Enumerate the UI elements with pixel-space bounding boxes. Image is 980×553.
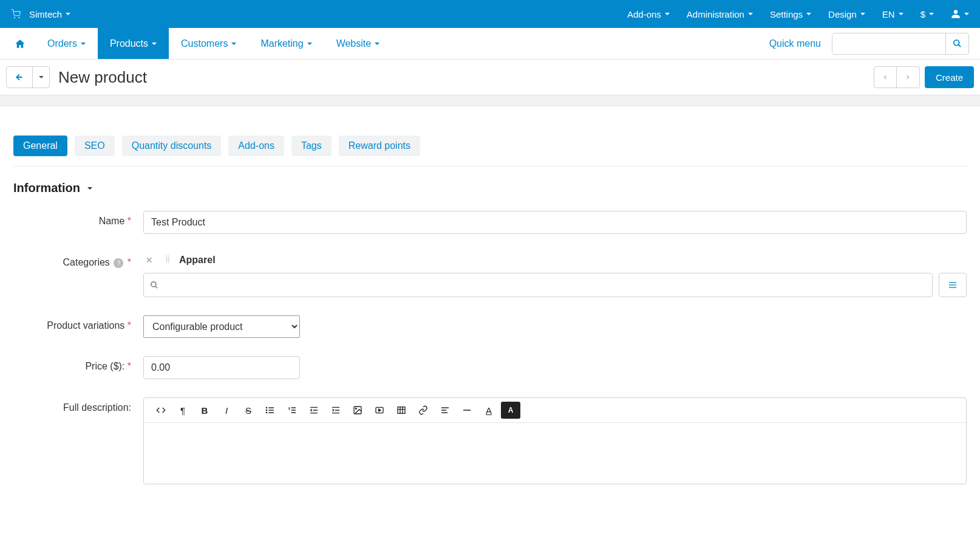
editor-toolbar: ¶ B I S A A (144, 398, 966, 423)
nav-administration-label: Administration (687, 9, 744, 19)
editor-bold-icon[interactable]: B (195, 402, 214, 419)
nav-language[interactable]: EN (882, 9, 903, 19)
tab-seo[interactable]: SEO (75, 136, 115, 156)
caret-icon (81, 43, 86, 45)
svg-marker-27 (379, 409, 381, 411)
editor-ol-icon[interactable] (282, 402, 302, 419)
nav-addons[interactable]: Add-ons (627, 9, 670, 19)
back-button[interactable] (6, 66, 33, 88)
input-price[interactable] (143, 356, 300, 379)
editor-image-icon[interactable] (348, 402, 367, 419)
required-marker: * (128, 320, 131, 331)
editor-textcolor-icon[interactable]: A (479, 402, 499, 419)
caret-icon (860, 13, 865, 15)
tab-addons[interactable]: Add-ons (228, 136, 284, 156)
nav-marketing[interactable]: Marketing (248, 28, 324, 59)
help-icon[interactable]: ? (114, 258, 123, 268)
nav-website-label: Website (336, 38, 372, 49)
nav-website[interactable]: Website (324, 28, 392, 59)
category-picker-button[interactable] (939, 273, 967, 297)
create-button[interactable]: Create (925, 66, 974, 88)
editor-strike-icon[interactable]: S (239, 402, 258, 419)
field-price (143, 356, 967, 379)
search-icon (150, 281, 158, 289)
pager-prev[interactable] (874, 66, 897, 88)
quick-menu[interactable]: Quick menu (769, 38, 821, 49)
editor-table-icon[interactable] (392, 402, 411, 419)
svg-line-3 (958, 44, 961, 47)
content: General SEO Quantity discounts Add-ons T… (0, 106, 980, 509)
svg-point-13 (266, 410, 267, 410)
nav-addons-label: Add-ons (627, 9, 661, 19)
nav-orders-label: Orders (47, 38, 77, 49)
nav-home[interactable] (5, 28, 35, 59)
editor-italic-icon[interactable]: I (217, 402, 236, 419)
pager-next[interactable] (897, 66, 920, 88)
editor-video-icon[interactable] (370, 402, 389, 419)
nav-currency[interactable]: $ (920, 9, 934, 19)
label-description: Full description: (13, 397, 143, 413)
nav-customers-label: Customers (181, 38, 228, 49)
tab-quantity-discounts[interactable]: Quantity discounts (122, 136, 222, 156)
caret-icon (899, 13, 903, 15)
svg-point-2 (954, 40, 959, 46)
nav-customers[interactable]: Customers (169, 28, 248, 59)
tab-reward-points[interactable]: Reward points (339, 136, 420, 156)
editor-body[interactable] (144, 423, 966, 484)
search-button[interactable] (945, 33, 968, 54)
cart-icon (11, 9, 21, 19)
input-name[interactable] (143, 211, 967, 234)
drag-handle-icon[interactable]: ⠿⠿ (165, 257, 169, 263)
editor-bgcolor-icon[interactable]: A (501, 402, 520, 419)
topbar-right: Add-ons Administration Settings Design E… (627, 9, 969, 19)
row-description: Full description: ¶ B I S (13, 397, 967, 484)
caret-icon (929, 13, 934, 15)
nav-administration[interactable]: Administration (687, 9, 753, 19)
field-variations: Configurable product (143, 315, 967, 338)
label-variations: Product variations * (13, 315, 143, 331)
editor-paragraph-icon[interactable]: ¶ (173, 402, 192, 419)
remove-category-icon[interactable]: ✕ (143, 255, 155, 265)
topbar: Simtech Add-ons Administration Settings … (0, 0, 980, 28)
nav-settings[interactable]: Settings (770, 9, 811, 19)
editor-code-icon[interactable] (151, 402, 171, 419)
tab-tags[interactable]: Tags (291, 136, 332, 156)
caret-icon (806, 13, 811, 15)
select-variations[interactable]: Configurable product (143, 315, 300, 338)
caret-icon (87, 187, 92, 190)
nav-products[interactable]: Products (98, 28, 169, 59)
editor-ul-icon[interactable] (260, 402, 280, 419)
mainnav-left: Orders Products Customers Marketing Webs… (5, 28, 392, 59)
mainnav-right: Quick menu (769, 28, 975, 59)
nav-orders[interactable]: Orders (35, 28, 98, 59)
arrow-left-icon (15, 72, 24, 82)
caret-icon (307, 43, 312, 45)
caret-icon (748, 13, 753, 15)
nav-design-label: Design (828, 9, 857, 19)
search-box (832, 33, 969, 55)
svg-point-25 (355, 408, 356, 409)
tab-general[interactable]: General (13, 136, 67, 156)
section-information[interactable]: Information (13, 181, 967, 195)
category-search-input[interactable] (158, 275, 926, 295)
caret-icon (152, 43, 157, 45)
svg-point-4 (151, 282, 156, 287)
chevron-left-icon (882, 74, 889, 81)
category-chip: ✕ ⠿⠿ Apparel (143, 252, 967, 273)
editor-indent-icon[interactable] (326, 402, 345, 419)
brand-dropdown[interactable]: Simtech (29, 9, 70, 19)
editor-hr-icon[interactable] (457, 402, 477, 419)
editor-outdent-icon[interactable] (304, 402, 324, 419)
search-icon (953, 39, 962, 48)
back-dropdown[interactable] (33, 66, 50, 88)
required-marker: * (128, 216, 131, 226)
nav-user[interactable] (951, 9, 969, 19)
page-header: New product Create (0, 60, 980, 95)
editor-link-icon[interactable] (413, 402, 433, 419)
search-input[interactable] (832, 33, 945, 54)
editor-align-icon[interactable] (435, 402, 455, 419)
label-variations-text: Product variations (47, 320, 124, 331)
nav-language-label: EN (882, 9, 895, 19)
chevron-right-icon (904, 74, 911, 81)
nav-design[interactable]: Design (828, 9, 865, 19)
